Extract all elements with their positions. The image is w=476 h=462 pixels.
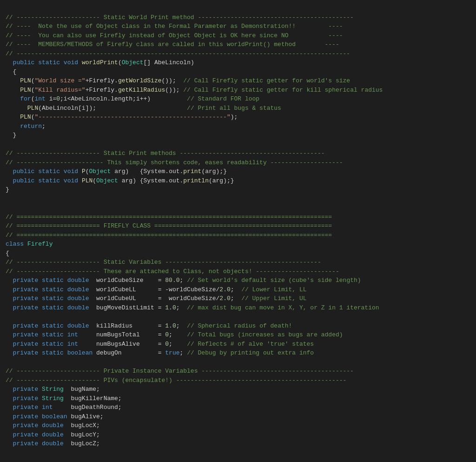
line-13: return;	[6, 123, 46, 130]
line-5: // -------------------------------------…	[6, 50, 350, 57]
line-37: private static int numBugsAlive = 0; // …	[6, 341, 314, 348]
line-17: // ------------------------ This simply …	[6, 159, 343, 166]
line-36: private static int numBugsTotal = 0; // …	[6, 331, 343, 338]
line-32: private static double worldCubeUL = worl…	[6, 295, 307, 302]
line-40: // ----------------------- Private Insta…	[6, 368, 354, 375]
line-20: }	[6, 186, 9, 193]
code-editor: // ----------------------- Static World …	[6, 4, 470, 449]
line-33: private static double bugMoveDistLimit =…	[6, 304, 379, 311]
line-7: {	[6, 68, 16, 75]
line-25: // =====================================…	[6, 232, 332, 239]
line-41: // ----------------------- PIVs (encapsu…	[6, 377, 346, 384]
line-42: private String bugName;	[6, 386, 100, 393]
line-10: for(int i=0;i<AbeLincoln.length;i++) // …	[6, 95, 259, 102]
line-16: // ----------------------- Static Print …	[6, 150, 325, 157]
line-3: // ---- You can also use Firefly instead…	[6, 32, 343, 39]
line-24: // ======================= FIREFLY CLASS…	[6, 222, 332, 229]
line-46: private double bugLocX;	[6, 422, 100, 429]
line-27: {	[6, 250, 9, 257]
line-9: PLN("Kill radius="+Firefly.getKillRadius…	[6, 87, 383, 94]
line-48: private double bugLocZ;	[6, 440, 100, 447]
line-35: private static double killRadius = 1.0; …	[6, 322, 292, 329]
line-2: // ---- Note the use of Object class in …	[6, 23, 343, 30]
line-1: // ----------------------- Static World …	[6, 14, 354, 21]
line-19: public static void PLN(Object arg) {Syst…	[6, 177, 234, 184]
line-47: private double bugLocY;	[6, 431, 100, 438]
line-30: private static double worldCubeSize = 80…	[6, 277, 361, 284]
line-14: }	[6, 132, 16, 139]
line-26: class Firefly	[6, 241, 53, 248]
line-44: private int bugDeathRound;	[6, 404, 122, 411]
line-29: // ----------------------- These are att…	[6, 268, 339, 275]
line-28: // ----------------------- Static Variab…	[6, 259, 321, 266]
line-38: private static boolean debugOn = true; /…	[6, 349, 314, 356]
line-6: public static void worldPrint(Object[] A…	[6, 59, 194, 66]
line-8: PLN("World size ="+Firefly.getWorldSize(…	[6, 77, 350, 84]
line-12: PLN("-----------------------------------…	[6, 114, 238, 121]
line-4: // ---- MEMBERS/METHODS of Firefly class…	[6, 41, 339, 48]
line-31: private static double worldCubeLL = -wor…	[6, 286, 307, 293]
line-18: public static void P(Object arg) {System…	[6, 168, 227, 175]
line-23: // =====================================…	[6, 214, 332, 221]
line-45: private boolean bugAlive;	[6, 413, 104, 420]
line-43: private String bugKillerName;	[6, 395, 122, 402]
line-11: PLN(AbeLincoln[i]); // Print all bugs & …	[6, 105, 281, 112]
